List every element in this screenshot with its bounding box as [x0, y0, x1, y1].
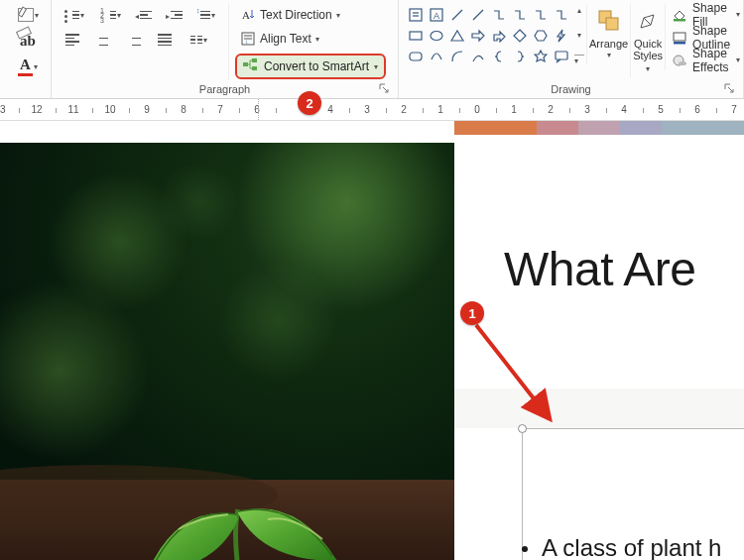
chevron-down-icon: ▾ — [736, 56, 740, 64]
shape-diamond-icon[interactable] — [511, 27, 529, 45]
columns-button[interactable]: ▾ — [181, 29, 216, 51]
ruler-tick: 1 — [514, 102, 551, 118]
svg-rect-15 — [410, 32, 422, 40]
ruler-tick: 6 — [697, 102, 734, 118]
shape-oval-icon[interactable] — [428, 27, 445, 45]
svg-line-35 — [476, 325, 548, 416]
shape-connector4-icon[interactable] — [553, 6, 570, 24]
quick-styles-label-2: Styles — [633, 50, 663, 61]
align-left-button[interactable] — [58, 29, 87, 51]
chevron-down-icon: ▾ — [736, 10, 740, 19]
text-highlight-button[interactable]: ▾ — [8, 4, 48, 26]
align-right-button[interactable] — [119, 29, 149, 51]
chevron-down-icon: ▾ — [80, 11, 84, 20]
svg-rect-20 — [606, 18, 618, 30]
shape-arrow-turn-icon[interactable] — [490, 27, 508, 45]
chevron-down-icon: ▾ — [35, 11, 39, 20]
align-text-label: Align Text — [260, 32, 311, 46]
shape-line2-icon[interactable] — [469, 6, 487, 24]
shape-textbox-icon[interactable] — [407, 6, 425, 24]
quick-styles-button[interactable]: Quick Styles ▾ — [630, 4, 665, 77]
svg-text:A: A — [242, 9, 250, 21]
quick-styles-label-1: Quick — [634, 38, 662, 50]
ruler[interactable]: 131211109876432101234567 — [0, 99, 744, 121]
font-color-button[interactable]: A ▾ — [8, 56, 48, 77]
ruler-tick: 7 — [734, 102, 744, 118]
ribbon: ▾ ab A ▾ — [0, 0, 744, 99]
paragraph-dialog-launcher[interactable] — [378, 82, 390, 94]
shape-hexagon-icon[interactable] — [532, 27, 550, 45]
text-direction-button[interactable]: A Text Direction ▾ — [235, 4, 386, 26]
shape-freeform-icon[interactable] — [428, 48, 445, 65]
shape-line-icon[interactable] — [448, 6, 466, 24]
svg-text:↕: ↕ — [245, 39, 248, 45]
editing-canvas[interactable]: What Are A class of plant h — [0, 121, 744, 560]
convert-to-smartart-button[interactable]: Convert to SmartArt ▾ — [235, 54, 386, 79]
shape-rectangle-icon[interactable] — [407, 27, 425, 45]
shape-arc-icon[interactable] — [448, 48, 466, 65]
numbering-button[interactable]: 123 ▾ — [94, 4, 130, 26]
shape-outline-button[interactable]: Shape Outline — [670, 27, 741, 48]
shape-callout-icon[interactable] — [553, 48, 570, 65]
shape-connector3-icon[interactable] — [532, 6, 550, 24]
arrange-icon — [595, 6, 623, 36]
svg-rect-5 — [243, 62, 248, 66]
shape-connector2-icon[interactable] — [511, 6, 529, 24]
chevron-down-icon: ▾ — [607, 50, 611, 61]
ruler-tick: 3 — [587, 102, 624, 118]
smartart-icon — [243, 58, 259, 74]
shapes-gallery-expand[interactable]: ▴▾▾ — [572, 4, 586, 67]
ruler-tick: 4 — [624, 102, 661, 118]
bullets-button[interactable]: ▾ — [58, 4, 93, 26]
shape-brace-left-icon[interactable] — [490, 48, 508, 65]
bullet-icon — [522, 546, 528, 552]
svg-rect-18 — [556, 52, 567, 59]
align-text-button[interactable]: ↕ Align Text ▾ — [235, 28, 386, 50]
text-direction-icon: A — [240, 8, 256, 22]
text-direction-label: Text Direction — [260, 8, 332, 22]
shape-fill-button[interactable]: Shape Fill ▾ — [670, 4, 741, 25]
svg-point-26 — [679, 61, 686, 65]
convert-smartart-label: Convert to SmartArt — [264, 59, 369, 73]
drawing-group-label: Drawing — [551, 83, 590, 95]
chevron-down-icon: ▾ — [646, 64, 650, 73]
arrange-label: Arrange — [589, 38, 628, 50]
callout-badge-1: 1 — [460, 301, 484, 325]
ribbon-group-font: ▾ ab A ▾ — [0, 0, 52, 98]
ruler-tick: 2 — [404, 102, 440, 118]
bullet-text[interactable]: A class of plant h — [542, 534, 721, 560]
line-spacing-button[interactable]: ↕ ▾ — [192, 4, 222, 26]
chevron-down-icon: ▾ — [211, 11, 215, 20]
align-center-button[interactable] — [88, 29, 118, 51]
shape-curve-icon[interactable] — [469, 48, 487, 65]
shape-triangle-icon[interactable] — [448, 27, 466, 45]
ribbon-group-drawing: A — [399, 0, 744, 98]
shape-lightning-icon[interactable] — [553, 27, 570, 45]
slide-title[interactable]: What Are — [504, 242, 695, 296]
shape-effects-label: Shape Effects — [692, 47, 730, 74]
svg-rect-24 — [674, 42, 685, 45]
shape-textbox-a-icon[interactable]: A — [428, 6, 445, 24]
ribbon-group-paragraph: ▾ 123 ▾ ◂ ▸ — [52, 0, 399, 98]
ruler-tick: 1 — [440, 102, 477, 118]
svg-line-14 — [473, 10, 483, 20]
justify-button[interactable] — [150, 29, 180, 51]
chevron-down-icon: ▾ — [374, 62, 378, 71]
shape-connector-icon[interactable] — [490, 6, 508, 24]
svg-rect-22 — [674, 19, 685, 22]
increase-indent-button[interactable]: ▸ — [162, 4, 191, 26]
svg-rect-17 — [410, 53, 422, 60]
svg-text:A: A — [434, 11, 439, 21]
shape-effects-button[interactable]: Shape Effects ▾ — [670, 50, 741, 70]
shape-brace-right-icon[interactable] — [511, 48, 529, 65]
shape-arrow-right-icon[interactable] — [469, 27, 487, 45]
shape-star-icon[interactable] — [532, 48, 550, 65]
arrange-button[interactable]: Arrange▾ — [586, 4, 630, 63]
shapes-gallery[interactable]: A — [405, 4, 572, 67]
shape-outline-icon — [672, 30, 687, 46]
text-highlight-color-button[interactable]: ab — [8, 30, 48, 52]
chevron-down-icon: ▾ — [203, 36, 207, 45]
decrease-indent-button[interactable]: ◂ — [131, 4, 161, 26]
drawing-dialog-launcher[interactable] — [723, 82, 735, 94]
shape-rounded-rect-icon[interactable] — [407, 48, 425, 65]
